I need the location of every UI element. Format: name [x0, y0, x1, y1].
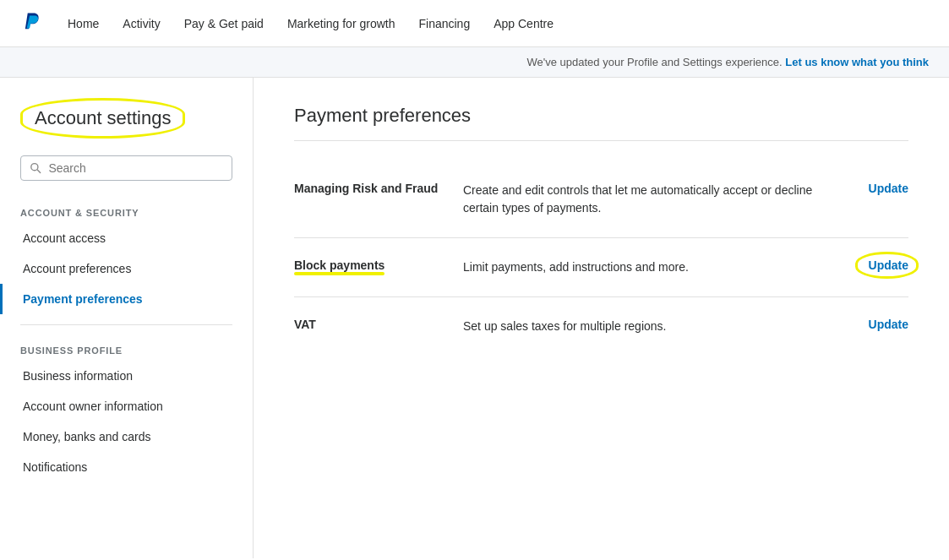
pref-action-vat: Update: [849, 318, 908, 331]
table-row: VAT Set up sales taxes for multiple regi…: [294, 297, 908, 356]
nav-marketing[interactable]: Marketing for growth: [287, 14, 395, 34]
table-row: Block payments Limit payments, add instr…: [294, 238, 908, 297]
search-box[interactable]: [20, 155, 232, 181]
pref-desc-block-payments: Limit payments, add instructions and mor…: [463, 258, 829, 276]
pref-action-block-payments: Update: [849, 258, 908, 272]
sidebar-item-payment-preferences[interactable]: Payment preferences: [0, 284, 253, 314]
table-row: Managing Risk and Fraud Create and edit …: [294, 161, 908, 238]
pref-desc-risk-fraud: Create and edit controls that let me aut…: [463, 182, 829, 217]
nav-app-centre[interactable]: App Centre: [494, 14, 554, 34]
pref-desc-vat: Set up sales taxes for multiple regions.: [463, 318, 829, 335]
sidebar-item-notifications[interactable]: Notifications: [0, 452, 253, 482]
section-label-business-profile: BUSINESS PROFILE: [0, 335, 253, 361]
paypal-logo[interactable]: [20, 10, 44, 36]
nav-pay-get-paid[interactable]: Pay & Get paid: [184, 14, 264, 34]
nav-financing[interactable]: Financing: [418, 14, 470, 34]
sidebar-title-wrap: Account settings: [0, 98, 253, 155]
sidebar-item-money-banks-cards[interactable]: Money, banks and cards: [0, 421, 253, 452]
pref-name-vat: VAT: [294, 318, 463, 331]
update-circle-block-payments: Update: [869, 258, 908, 272]
svg-point-0: [31, 164, 38, 171]
sidebar-item-business-information[interactable]: Business information: [0, 361, 253, 391]
sidebar-item-account-access[interactable]: Account access: [0, 223, 253, 253]
svg-line-1: [37, 170, 40, 172]
banner-link[interactable]: Let us know what you think: [785, 56, 929, 68]
page-title: Payment preferences: [294, 105, 908, 141]
pref-action-risk-fraud: Update: [849, 182, 908, 195]
nav-home[interactable]: Home: [68, 14, 99, 34]
search-icon: [30, 161, 41, 175]
nav-links: Home Activity Pay & Get paid Marketing f…: [68, 14, 554, 34]
nav-activity[interactable]: Activity: [123, 14, 160, 34]
block-payments-label: Block payments: [294, 258, 385, 272]
sidebar-item-account-owner-information[interactable]: Account owner information: [0, 391, 253, 421]
sidebar-divider: [20, 324, 232, 325]
sidebar-title: Account settings: [20, 98, 185, 139]
top-nav: Home Activity Pay & Get paid Marketing f…: [0, 0, 949, 47]
search-input[interactable]: [48, 161, 223, 175]
page-layout: Account settings ACCOUNT & SECURITY Acco…: [0, 78, 949, 558]
pref-name-block-payments: Block payments: [294, 258, 463, 272]
banner-text: We've updated your Profile and Settings …: [526, 56, 782, 68]
update-button-block-payments[interactable]: Update: [869, 258, 908, 272]
section-label-account-security: ACCOUNT & SECURITY: [0, 198, 253, 223]
update-banner: We've updated your Profile and Settings …: [0, 47, 949, 78]
update-button-vat[interactable]: Update: [869, 318, 908, 331]
main-content: Payment preferences Managing Risk and Fr…: [254, 78, 949, 558]
update-button-risk-fraud[interactable]: Update: [869, 182, 908, 195]
sidebar-item-account-preferences[interactable]: Account preferences: [0, 253, 253, 284]
sidebar: Account settings ACCOUNT & SECURITY Acco…: [0, 78, 254, 558]
pref-name-risk-fraud: Managing Risk and Fraud: [294, 182, 463, 195]
search-wrap: [0, 155, 253, 198]
